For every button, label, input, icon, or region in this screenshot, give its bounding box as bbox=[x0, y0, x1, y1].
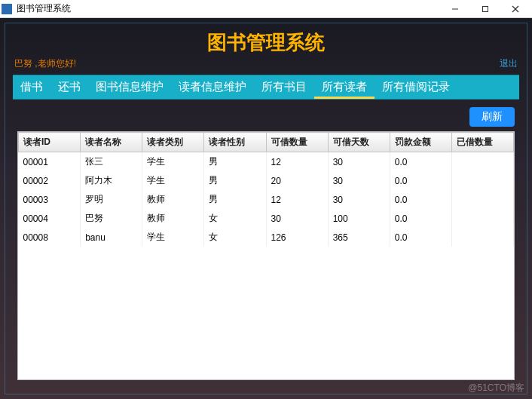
cell-sex: 男 bbox=[204, 152, 266, 172]
tab-spacer bbox=[457, 75, 519, 99]
content-area: 图书管理系统 巴努 ,老师您好! 退出 借书 还书 图书信息维护 读者信息维护 … bbox=[0, 18, 532, 399]
cell-id: 00004 bbox=[19, 209, 81, 228]
cell-fine: 0.0 bbox=[390, 228, 451, 247]
cell-borrowed bbox=[451, 209, 513, 228]
close-button[interactable] bbox=[500, 0, 530, 18]
table-header-row: 读者ID 读者名称 读者类别 读者性别 可借数量 可借天数 罚款金额 已借数量 bbox=[19, 133, 514, 152]
table-row[interactable]: 00001 张三 学生 男 12 30 0.0 bbox=[19, 152, 514, 172]
cell-name: banu bbox=[81, 228, 142, 247]
col-borrow-qty[interactable]: 可借数量 bbox=[266, 133, 328, 152]
greeting-text: 巴努 ,老师您好! bbox=[14, 57, 76, 70]
cell-borrowed bbox=[451, 152, 513, 172]
cell-cat: 学生 bbox=[142, 171, 204, 190]
col-fine[interactable]: 罚款金额 bbox=[390, 133, 451, 152]
cell-cat: 学生 bbox=[142, 152, 204, 172]
cell-bd: 30 bbox=[328, 171, 390, 190]
svg-rect-1 bbox=[483, 6, 488, 11]
cell-fine: 0.0 bbox=[390, 171, 451, 190]
cell-borrowed bbox=[451, 171, 513, 190]
cell-sex: 男 bbox=[204, 190, 266, 209]
cell-id: 00003 bbox=[19, 190, 81, 209]
table-row[interactable]: 00003 罗明 教师 男 12 30 0.0 bbox=[19, 190, 514, 209]
cell-name: 张三 bbox=[81, 152, 142, 172]
tab-return[interactable]: 还书 bbox=[50, 75, 88, 99]
table-row[interactable]: 00004 巴努 教师 女 30 100 0.0 bbox=[19, 209, 514, 228]
tab-all-books[interactable]: 所有书目 bbox=[254, 75, 314, 99]
cell-bq: 12 bbox=[266, 152, 328, 172]
col-reader-name[interactable]: 读者名称 bbox=[81, 133, 142, 152]
cell-bd: 365 bbox=[328, 228, 390, 247]
cell-id: 00008 bbox=[19, 228, 81, 247]
cell-cat: 教师 bbox=[142, 209, 204, 228]
cell-bq: 12 bbox=[266, 190, 328, 209]
tab-borrow[interactable]: 借书 bbox=[13, 75, 50, 99]
window-title: 图书管理系统 bbox=[17, 2, 440, 15]
col-reader-id[interactable]: 读者ID bbox=[19, 133, 81, 152]
cell-sex: 男 bbox=[204, 171, 266, 190]
cell-bd: 100 bbox=[328, 209, 390, 228]
col-reader-sex[interactable]: 读者性别 bbox=[204, 133, 266, 152]
col-reader-category[interactable]: 读者类别 bbox=[142, 133, 204, 152]
cell-sex: 女 bbox=[204, 228, 266, 247]
cell-bd: 30 bbox=[328, 152, 390, 172]
cell-fine: 0.0 bbox=[390, 152, 451, 172]
maximize-button[interactable] bbox=[470, 0, 500, 18]
exit-link[interactable]: 退出 bbox=[500, 57, 518, 70]
cell-bq: 30 bbox=[266, 209, 328, 228]
table-row[interactable]: 00002 阿力木 学生 男 20 30 0.0 bbox=[19, 171, 514, 190]
greet-row: 巴努 ,老师您好! 退出 bbox=[13, 57, 519, 70]
cell-bd: 30 bbox=[328, 190, 390, 209]
window-controls bbox=[440, 0, 530, 18]
cell-sex: 女 bbox=[204, 209, 266, 228]
cell-cat: 学生 bbox=[142, 228, 204, 247]
cell-borrowed bbox=[451, 228, 513, 247]
readers-table-container: 读者ID 读者名称 读者类别 读者性别 可借数量 可借天数 罚款金额 已借数量 bbox=[17, 131, 515, 380]
app-icon bbox=[2, 4, 12, 14]
action-row: 刷新 bbox=[17, 107, 515, 127]
refresh-button[interactable]: 刷新 bbox=[469, 107, 515, 127]
tab-reader-maint[interactable]: 读者信息维护 bbox=[171, 75, 254, 99]
cell-bq: 126 bbox=[266, 228, 328, 247]
cell-name: 罗明 bbox=[81, 190, 142, 209]
tab-book-maint[interactable]: 图书信息维护 bbox=[88, 75, 171, 99]
title-bar: 图书管理系统 bbox=[0, 0, 532, 18]
table-row[interactable]: 00008 banu 学生 女 126 365 0.0 bbox=[19, 228, 514, 247]
col-borrow-days[interactable]: 可借天数 bbox=[328, 133, 390, 152]
app-title: 图书管理系统 bbox=[13, 29, 519, 56]
tabs-bar: 借书 还书 图书信息维护 读者信息维护 所有书目 所有读者 所有借阅记录 bbox=[13, 75, 519, 100]
cell-cat: 教师 bbox=[142, 190, 204, 209]
cell-borrowed bbox=[451, 190, 513, 209]
cell-bq: 20 bbox=[266, 171, 328, 190]
inner-panel: 图书管理系统 巴努 ,老师您好! 退出 借书 还书 图书信息维护 读者信息维护 … bbox=[5, 23, 527, 394]
readers-table: 读者ID 读者名称 读者类别 读者性别 可借数量 可借天数 罚款金额 已借数量 bbox=[18, 132, 514, 247]
cell-id: 00002 bbox=[19, 171, 81, 190]
tab-all-readers[interactable]: 所有读者 bbox=[314, 75, 375, 99]
cell-fine: 0.0 bbox=[390, 209, 451, 228]
col-borrowed[interactable]: 已借数量 bbox=[451, 133, 513, 152]
app-window: 图书管理系统 图书管理系统 巴努 ,老师您好! 退出 借书 还书 图书信息维护 bbox=[0, 0, 532, 399]
minimize-button[interactable] bbox=[440, 0, 470, 18]
tab-all-borrow-records[interactable]: 所有借阅记录 bbox=[375, 75, 457, 99]
cell-name: 巴努 bbox=[81, 209, 142, 228]
cell-id: 00001 bbox=[19, 152, 81, 172]
cell-name: 阿力木 bbox=[81, 171, 142, 190]
cell-fine: 0.0 bbox=[390, 190, 451, 209]
